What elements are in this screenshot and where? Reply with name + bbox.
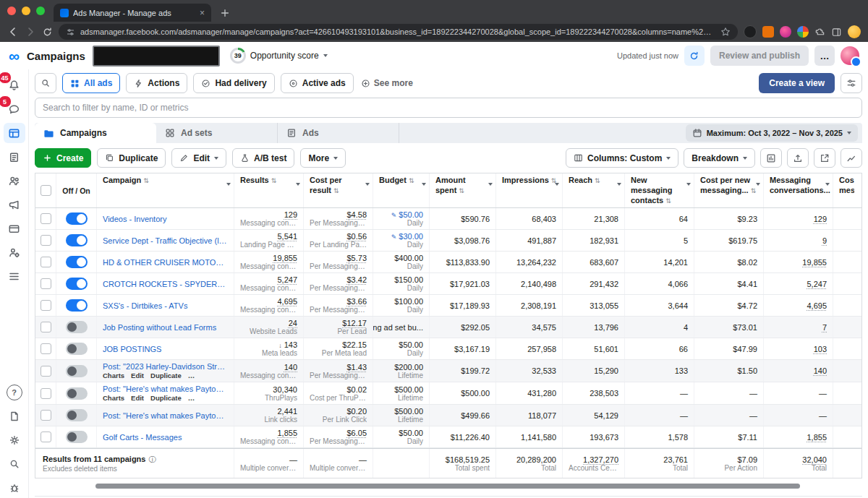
breakdown-button[interactable]: Breakdown	[684, 148, 755, 168]
trends-button[interactable]	[841, 148, 862, 168]
row-checkbox[interactable]	[41, 235, 51, 246]
row-checkbox[interactable]	[41, 278, 51, 289]
nav-account-overview[interactable]	[4, 147, 25, 167]
campaign-link[interactable]: Post: "Here's what makes Payton Place Po…	[103, 411, 228, 420]
create-button[interactable]: Create	[35, 148, 91, 168]
extensions-puzzle-icon[interactable]	[814, 27, 825, 38]
more-button[interactable]: More	[300, 148, 346, 168]
forward-button[interactable]	[25, 26, 36, 38]
tab-ad-sets[interactable]: Ad sets	[156, 123, 278, 143]
row-checkbox[interactable]	[41, 366, 51, 377]
site-settings-icon[interactable]	[66, 27, 75, 37]
column-menu-caret-icon[interactable]	[825, 183, 830, 186]
nav-search[interactable]	[4, 454, 25, 474]
refresh-button[interactable]	[684, 46, 705, 66]
extension-icon[interactable]	[762, 26, 774, 38]
extension-icon[interactable]	[780, 26, 791, 38]
nav-campaigns[interactable]	[4, 123, 25, 143]
campaign-toggle[interactable]	[66, 365, 88, 377]
campaign-toggle[interactable]	[66, 278, 88, 290]
sidebar-panel-icon[interactable]	[831, 27, 842, 38]
account-selector[interactable]	[93, 46, 220, 66]
column-header-spent[interactable]: Amount spent⇅	[429, 173, 495, 207]
campaign-toggle[interactable]	[66, 234, 88, 246]
row-checkbox[interactable]	[41, 410, 51, 421]
row-checkbox[interactable]	[41, 300, 51, 311]
column-menu-caret-icon[interactable]	[296, 183, 300, 186]
more-options-button[interactable]: …	[814, 46, 835, 66]
search-filter-button[interactable]	[35, 73, 56, 93]
column-menu-caret-icon[interactable]	[488, 183, 493, 186]
nav-audiences[interactable]	[4, 171, 25, 191]
column-menu-caret-icon[interactable]	[226, 183, 231, 186]
filter-chip-actions[interactable]: Actions	[126, 73, 187, 93]
column-menu-caret-icon[interactable]	[686, 183, 691, 186]
nav-business-settings[interactable]	[4, 242, 25, 262]
column-header-cut[interactable]: Cosmes	[833, 173, 854, 207]
back-button[interactable]	[7, 26, 19, 38]
reload-button[interactable]	[42, 27, 53, 38]
reports-button[interactable]	[760, 148, 782, 168]
edit-budget-icon[interactable]: ✎	[391, 212, 397, 219]
edit-button[interactable]: Edit	[171, 148, 226, 168]
campaign-toggle[interactable]	[66, 409, 88, 421]
tab-campaigns[interactable]: Campaigns	[35, 123, 156, 143]
scrollbar-thumb[interactable]	[95, 484, 800, 489]
extension-icon[interactable]	[744, 25, 757, 38]
campaign-link[interactable]: Service Dept - Traffic Objective (link c…	[103, 236, 228, 245]
campaign-toggle[interactable]	[66, 212, 88, 225]
campaign-toggle[interactable]	[66, 321, 88, 333]
campaign-link[interactable]: Post: "Here's what makes Payton Place Po…	[103, 385, 228, 393]
campaign-toggle[interactable]	[66, 387, 88, 400]
row-checkbox[interactable]	[41, 257, 51, 267]
campaign-toggle[interactable]	[66, 299, 88, 312]
column-menu-caret-icon[interactable]	[756, 183, 760, 186]
campaign-link[interactable]: Post: "2023 Harley-Davidson Street Glide…	[103, 362, 228, 371]
browser-tab[interactable]: Ads Manager - Manage ads ×	[54, 4, 211, 22]
window-minimize-button[interactable]	[22, 7, 30, 15]
nav-notifications[interactable]: 45	[4, 75, 25, 95]
filter-settings-button[interactable]	[841, 73, 862, 93]
campaign-link[interactable]: SXS's - Dirtbikes - ATVs	[103, 301, 228, 310]
nav-ads-reporting[interactable]	[4, 194, 25, 215]
column-header-new_contacts[interactable]: New messaging contacts⇅	[624, 173, 694, 207]
column-header-cost_new[interactable]: Cost per new messaging...⇅	[694, 173, 763, 207]
ab-test-button[interactable]: A/B test	[232, 148, 294, 168]
column-header-budget[interactable]: Budget⇅	[373, 173, 429, 207]
columns-button[interactable]: Columns: Custom	[566, 148, 678, 168]
see-more-filters[interactable]: See more	[361, 78, 413, 88]
user-avatar[interactable]	[841, 46, 859, 65]
campaign-link[interactable]: JOB POSTINGS	[103, 345, 228, 353]
window-close-button[interactable]	[7, 7, 16, 15]
row-action-edit[interactable]: Edit	[131, 394, 144, 402]
column-header-impressions[interactable]: Impressions⇅	[495, 173, 562, 207]
report-bug-button[interactable]	[4, 478, 25, 498]
row-action-charts[interactable]: Charts	[103, 394, 124, 402]
nav-billing[interactable]	[4, 218, 25, 239]
row-action-duplicate[interactable]: Duplicate	[150, 394, 182, 402]
nav-guidance[interactable]	[4, 406, 25, 426]
nav-settings[interactable]	[4, 430, 25, 450]
row-action-more[interactable]: …	[188, 372, 195, 379]
review-publish-button[interactable]: Review and publish	[710, 46, 809, 66]
help-button[interactable]: ?	[4, 382, 25, 403]
row-checkbox[interactable]	[41, 322, 51, 332]
column-header-campaign[interactable]: Campaign⇅	[96, 173, 234, 207]
new-tab-button[interactable]	[217, 4, 233, 22]
row-checkbox[interactable]	[41, 388, 51, 399]
browser-profile-avatar[interactable]	[848, 25, 861, 38]
filter-chip-active-ads[interactable]: Active ads	[281, 73, 354, 93]
campaign-link[interactable]: Job Posting without Lead Forms	[103, 323, 228, 332]
column-menu-caret-icon[interactable]	[422, 183, 426, 186]
campaign-toggle[interactable]	[66, 431, 88, 443]
row-checkbox[interactable]	[41, 432, 51, 442]
open-in-button[interactable]	[814, 148, 835, 168]
tab-close-icon[interactable]: ×	[200, 9, 205, 17]
date-range-picker[interactable]: Maximum: Oct 3, 2022 – Nov 3, 2025	[686, 124, 858, 142]
row-checkbox[interactable]	[41, 213, 51, 224]
campaign-link[interactable]: Videos - Inventory	[103, 215, 228, 223]
campaign-toggle[interactable]	[66, 256, 88, 268]
column-menu-caret-icon[interactable]	[617, 183, 621, 186]
duplicate-button[interactable]: Duplicate	[97, 148, 166, 168]
row-action-duplicate[interactable]: Duplicate	[150, 372, 182, 379]
